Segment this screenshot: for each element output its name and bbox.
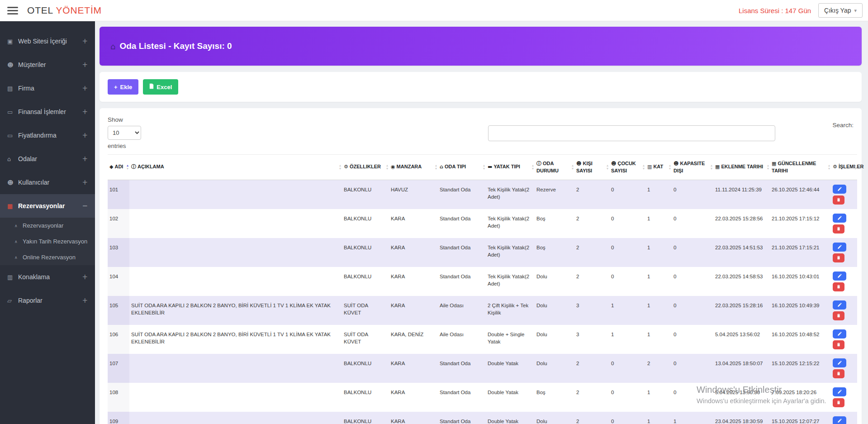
cell-yatak-tipi: Double Yatak bbox=[486, 383, 535, 412]
delete-button[interactable] bbox=[833, 311, 844, 320]
edit-button[interactable] bbox=[833, 358, 846, 367]
delete-button[interactable] bbox=[833, 253, 844, 262]
cell-kat: 1 bbox=[645, 412, 672, 424]
column-label: AÇIKLAMA bbox=[138, 164, 164, 169]
column-header-cocuk-sayisi[interactable]: ☻ÇOCUK SAYISI ▴▾ bbox=[609, 155, 645, 180]
delete-button[interactable] bbox=[833, 398, 844, 407]
sidebar-item-odalar[interactable]: ⌂ Odalar + bbox=[0, 147, 95, 171]
edit-button[interactable] bbox=[833, 416, 846, 424]
sidebar-subitem-yakin-tarih-rezervasyon[interactable]: ∧ Yakın Tarih Rezervasyon bbox=[0, 233, 95, 249]
toolbar: + Ekle Excel bbox=[100, 72, 862, 102]
column-header-islemler[interactable]: ⚙İŞLEMLER ▴▾ bbox=[831, 155, 857, 180]
pencil-icon bbox=[837, 302, 842, 307]
delete-button[interactable] bbox=[833, 224, 844, 233]
cell-cocuk-sayisi: 1 bbox=[609, 325, 645, 354]
edit-button[interactable] bbox=[833, 185, 846, 194]
edit-button[interactable] bbox=[833, 329, 846, 338]
edit-button[interactable] bbox=[833, 214, 846, 223]
cell-kisi-sayisi: 2 bbox=[574, 180, 609, 209]
column-header-aciklama[interactable]: ⓘAÇIKLAMA ▴▾ bbox=[129, 155, 342, 180]
delete-button[interactable] bbox=[833, 282, 844, 291]
edit-button[interactable] bbox=[833, 243, 846, 252]
cell-kisi-sayisi: 3 bbox=[574, 296, 609, 325]
cell-aciklama bbox=[129, 354, 342, 383]
delete-button[interactable] bbox=[833, 195, 844, 205]
sidebar-item-finansal-islemler[interactable]: ▭ Finansal İşlemler + bbox=[0, 100, 95, 124]
expand-indicator: + bbox=[82, 178, 88, 186]
sidebar-item-firma[interactable]: ▤ Firma + bbox=[0, 76, 95, 100]
cell-islemler bbox=[831, 267, 857, 296]
sidebar-item-raporlar[interactable]: ▱ Raporlar + bbox=[0, 289, 95, 312]
sidebar-item-label: Fiyatlandırma bbox=[18, 132, 82, 139]
calendar-icon: ▦ bbox=[715, 164, 720, 170]
edit-button[interactable] bbox=[833, 387, 846, 396]
column-header-guncellenme-tarihi[interactable]: ▦GÜNCELLENME TARIHI ▴▾ bbox=[770, 155, 831, 180]
sidebar-item-kullanicilar[interactable]: ☻ Kullanıcılar + bbox=[0, 171, 95, 194]
delete-button[interactable] bbox=[833, 340, 844, 349]
cell-oda-durumu: Dolu bbox=[535, 267, 574, 296]
cell-ozellikler: BALKONLU bbox=[342, 238, 389, 267]
sidebar-item-rezervasyonlar[interactable]: ▦ Rezervasyonlar − bbox=[0, 194, 95, 218]
cell-kisi-sayisi: 2 bbox=[574, 412, 609, 424]
add-button[interactable]: + Ekle bbox=[108, 79, 138, 95]
cell-kapasite-disi: 0 bbox=[672, 209, 713, 238]
sidebar-item-musteriler[interactable]: ☻ Müşteriler + bbox=[0, 53, 95, 76]
pencil-icon bbox=[837, 273, 842, 278]
sidebar-subitem-rezervasyonlar[interactable]: ∧ Rezervasyonlar bbox=[0, 218, 95, 233]
add-button-label: Ekle bbox=[120, 84, 133, 91]
column-header-kapasite-disi[interactable]: ☻KAPASITE DIŞI ▴▾ bbox=[672, 155, 713, 180]
table-filter-input[interactable] bbox=[488, 125, 775, 141]
excel-export-button[interactable]: Excel bbox=[143, 79, 178, 95]
edit-button[interactable] bbox=[833, 300, 846, 310]
page-size-select[interactable]: 10 bbox=[108, 126, 141, 140]
cell-kapasite-disi: 0 bbox=[672, 296, 713, 325]
column-header-kisi-sayisi[interactable]: ☻KIŞI SAYISI ▴▾ bbox=[574, 155, 609, 180]
column-header-yatak-tipi[interactable]: ▬YATAK TIPI ▴▾ bbox=[486, 155, 535, 180]
cell-manzara: KARA bbox=[389, 383, 438, 412]
cell-aciklama: SUİT ODA ARA KAPILI 2 BALKON 2 BANYO, Bİ… bbox=[129, 296, 342, 325]
column-header-adi[interactable]: ◆ADI ▴▾ bbox=[108, 155, 129, 180]
sidebar-subitem-online-rezervasyon[interactable]: ∧ Online Rezervasyon bbox=[0, 249, 95, 265]
sort-arrows-icon: ▴▾ bbox=[669, 164, 671, 170]
logout-button[interactable]: Çıkış Yap ▾ bbox=[818, 3, 863, 18]
page-header-banner: ⌂ Oda Listesi - Kayıt Sayısı: 0 bbox=[100, 27, 862, 66]
cell-ozellikler: SUİT ODA KÜVET bbox=[342, 325, 389, 354]
table-row: 105 SUİT ODA ARA KAPILI 2 BALKON 2 BANYO… bbox=[108, 296, 857, 325]
trash-icon bbox=[836, 255, 841, 260]
column-label: YATAK TIPI bbox=[493, 164, 520, 169]
sidebar-item-konaklama[interactable]: ▥ Konaklama + bbox=[0, 265, 95, 289]
cell-eklenme-tarihi: 23.04.2025 18:30:59 bbox=[713, 412, 770, 424]
trash-icon bbox=[836, 226, 841, 231]
delete-button[interactable] bbox=[833, 369, 844, 378]
trash-icon bbox=[836, 342, 841, 347]
cell-kapasite-disi: 0 bbox=[672, 180, 713, 209]
file-icon bbox=[149, 83, 154, 91]
cell-yatak-tipi: Tek Kişilik Yatak(2 Adet) bbox=[486, 238, 535, 267]
home-icon: ⌂ bbox=[440, 164, 443, 170]
sidebar: ▣ Web Sitesi İçeriği + ☻ Müşteriler + ▤ … bbox=[0, 21, 95, 424]
chevron-down-icon: ▾ bbox=[854, 8, 857, 14]
sidebar-item-fiyatlandirma[interactable]: ▭ Fiyatlandırma + bbox=[0, 124, 95, 147]
column-header-manzara[interactable]: ◉MANZARA ▴▾ bbox=[389, 155, 438, 180]
cell-oda-tipi: Standart Oda bbox=[438, 267, 486, 296]
cell-eklenme-tarihi: 22.03.2025 15:28:16 bbox=[713, 296, 770, 325]
sort-arrows-icon: ▴▾ bbox=[532, 164, 534, 170]
column-header-eklenme-tarihi[interactable]: ▦EKLENME TARIHI ▴▾ bbox=[713, 155, 770, 180]
column-header-oda-tipi[interactable]: ⌂ODA TIPI ▴▾ bbox=[438, 155, 486, 180]
cell-adi: 109 bbox=[108, 412, 129, 424]
edit-button[interactable] bbox=[833, 272, 846, 281]
pencil-icon bbox=[837, 186, 842, 191]
cell-cocuk-sayisi: 0 bbox=[609, 383, 645, 412]
trash-icon bbox=[836, 197, 841, 202]
cell-eklenme-tarihi: 22.03.2025 15:28:56 bbox=[713, 209, 770, 238]
column-header-kat[interactable]: ▥KAT ▴▾ bbox=[645, 155, 672, 180]
gears-icon: ⚙ bbox=[833, 164, 837, 170]
column-header-oda-durumu[interactable]: ⓘODA DURUMU ▴▾ bbox=[535, 155, 574, 180]
cell-yatak-tipi: Tek Kişilik Yatak(2 Adet) bbox=[486, 209, 535, 238]
table-row: 106 SUİT ODA ARA KAPILI 2 BALKON 2 BANYO… bbox=[108, 325, 857, 354]
cell-aciklama bbox=[129, 209, 342, 238]
column-header-ozellikler[interactable]: ⚙ÖZELLIKLER ▴▾ bbox=[342, 155, 389, 180]
cell-kat: 2 bbox=[645, 354, 672, 383]
menu-toggle-icon[interactable] bbox=[7, 5, 18, 16]
sidebar-item-web-sitesi-icerigi[interactable]: ▣ Web Sitesi İçeriği + bbox=[0, 29, 95, 53]
